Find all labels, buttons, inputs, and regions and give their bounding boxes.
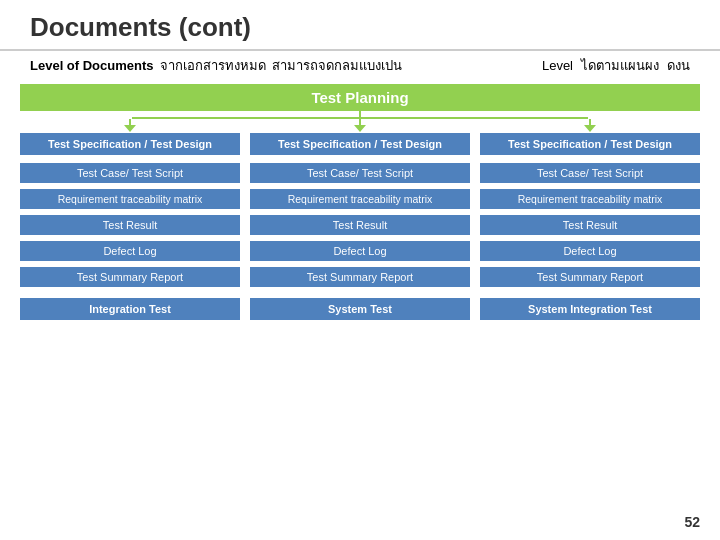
v-arrow-left [20,119,240,133]
col2-defect: Defect Log [250,241,470,261]
v-arrow-right [480,119,700,133]
col1-bottom: Integration Test [20,298,240,320]
v-arrow-center [250,119,470,133]
level-row: Level of Documents จากเอกสารทงหมด สามารถ… [0,51,720,78]
level-label-right: Level [542,58,573,73]
col1-test-case: Test Case/ Test Script [20,163,240,183]
page-number: 52 [684,514,700,530]
col2-req: Requirement traceability matrix [250,189,470,209]
col1-defect: Defect Log [20,241,240,261]
col1-req: Requirement traceability matrix [20,189,240,209]
columns-wrapper: Test Specification / Test Design Test Ca… [20,133,700,320]
page-title: Documents (cont) [30,12,690,43]
col2-spec: Test Specification / Test Design [250,133,470,155]
col1-summary: Test Summary Report [20,267,240,287]
v-arrows-row [20,119,700,133]
col1-result: Test Result [20,215,240,235]
column-2: Test Specification / Test Design Test Ca… [250,133,470,320]
thai-text4: ดงน [667,55,690,76]
column-3: Test Specification / Test Design Test Ca… [480,133,700,320]
col3-spec: Test Specification / Test Design [480,133,700,155]
col3-result: Test Result [480,215,700,235]
col3-summary: Test Summary Report [480,267,700,287]
test-planning-bar: Test Planning [20,84,700,111]
col3-req: Requirement traceability matrix [480,189,700,209]
col2-result: Test Result [250,215,470,235]
title-bar: Documents (cont) [0,0,720,51]
thai-text2: สามารถจดกลมแบงเปน [272,55,402,76]
col3-test-case: Test Case/ Test Script [480,163,700,183]
col3-bottom: System Integration Test [480,298,700,320]
col2-summary: Test Summary Report [250,267,470,287]
content-area: Test Planning [0,78,720,326]
thai-text3: ไดตามแผนผง [581,55,659,76]
section-label: Level of Documents [30,58,154,73]
col3-defect: Defect Log [480,241,700,261]
col2-test-case: Test Case/ Test Script [250,163,470,183]
col1-spec: Test Specification / Test Design [20,133,240,155]
col2-bottom: System Test [250,298,470,320]
page-container: Documents (cont) Level of Documents จากเ… [0,0,720,540]
thai-text1: จากเอกสารทงหมด [160,55,266,76]
column-1: Test Specification / Test Design Test Ca… [20,133,240,320]
